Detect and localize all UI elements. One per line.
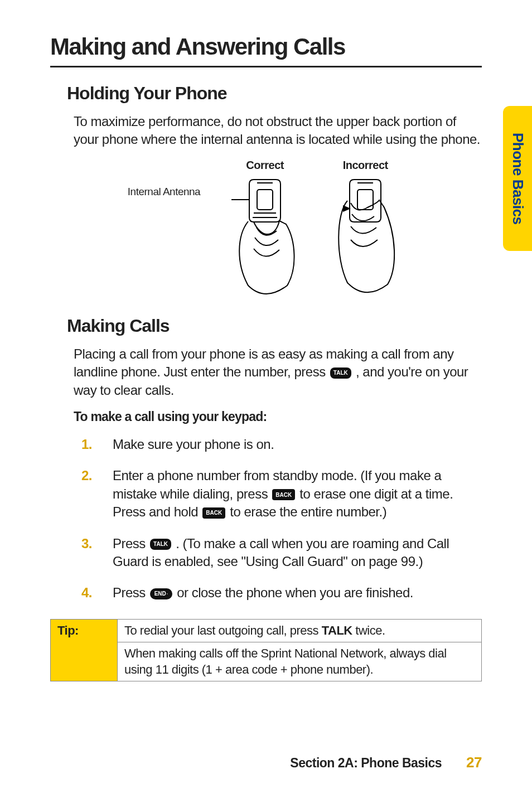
talk-key-icon: TALK [330,367,351,379]
svg-rect-5 [357,190,373,210]
illustration-correct-label: Correct [226,159,304,172]
illustration-row: Internal Antenna Correct Incorr [50,159,482,304]
phone-hand-incorrect-icon [326,174,404,302]
making-paragraph: Placing a call from your phone is as eas… [74,345,482,399]
tip-row-1: To redial your last outgoing call, press… [118,619,482,642]
step-2-c: to erase the entire number.) [226,504,386,519]
back-key-icon: BACK [202,507,225,519]
side-tab: Phone Basics [503,106,532,251]
step-1: Make sure your phone is on. [81,436,482,467]
section-holding-heading: Holding Your Phone [67,83,482,104]
tip-row-2: When making calls off the Sprint Nationa… [118,642,482,681]
footer-page-number: 27 [466,754,482,771]
tip-label: Tip: [51,619,118,681]
tip-box: Tip: To redial your last outgoing call, … [50,619,482,682]
talk-key-icon: TALK [150,539,171,550]
holding-paragraph: To maximize performance, do not obstruct… [74,113,482,149]
tip-row-1-a: To redial your last outgoing call, press [124,623,322,637]
step-3-a: Press [113,536,149,551]
tip-row-1-b: twice. [352,623,385,637]
steps-list: Make sure your phone is on. Enter a phon… [81,436,482,616]
page-footer: Section 2A: Phone Basics 27 [290,754,482,771]
tip-row-1-bold: TALK [322,623,352,637]
footer-section: Section 2A: Phone Basics [290,756,442,771]
illustration-correct: Correct [226,159,304,304]
illustration-incorrect-label: Incorrect [326,159,404,172]
svg-rect-0 [257,190,273,210]
step-4-a: Press [113,585,149,600]
back-key-icon: BACK [272,489,295,500]
step-4-b: or close the phone when you are finished… [173,585,413,600]
side-tab-label: Phone Basics [509,133,526,225]
step-3: Press TALK . (To make a call when you ar… [81,535,482,584]
section-making-heading: Making Calls [67,316,482,336]
page-content: Making and Answering Calls Holding Your … [0,0,532,704]
internal-antenna-label: Internal Antenna [128,159,204,304]
end-key-icon: END◦ [150,588,172,599]
step-2: Enter a phone number from standby mode. … [81,467,482,534]
step-4: Press END◦ or close the phone when you a… [81,584,482,615]
phone-hand-correct-icon [226,174,304,302]
page-title: Making and Answering Calls [50,33,482,67]
steps-lead: To make a call using your keypad: [74,409,482,424]
illustration-incorrect: Incorrect [326,159,404,304]
